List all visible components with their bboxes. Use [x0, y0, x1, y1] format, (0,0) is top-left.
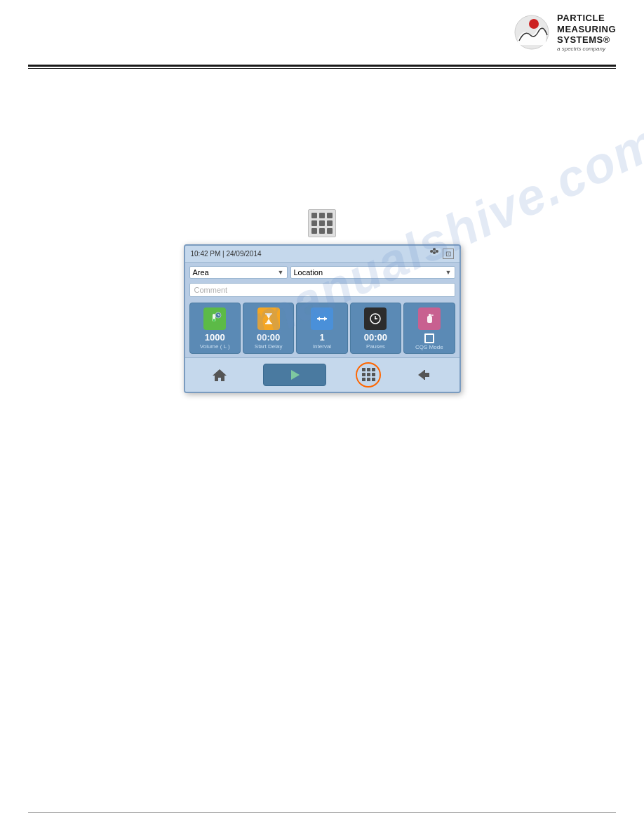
grid-dot: [311, 213, 317, 218]
cqs-mode-label: CQS Mode: [415, 344, 443, 350]
svg-marker-28: [291, 370, 300, 380]
interval-control[interactable]: 1 Interval: [296, 303, 347, 354]
pms-logo-icon: [514, 14, 550, 51]
grid-nav-icon: [362, 368, 375, 381]
cqs-mode-control[interactable]: CQS Mode: [403, 303, 455, 354]
start-delay-value: 00:00: [257, 332, 280, 343]
controls-grid: 1000 Volume ( L ) 00:00 Start Delay: [185, 299, 459, 357]
grid-dot: [319, 213, 325, 218]
area-dropdown-label: Area: [193, 268, 209, 277]
grid-icon: [308, 209, 336, 237]
grid-dot: [327, 228, 333, 234]
comment-row: Comment: [185, 281, 459, 299]
area-dropdown[interactable]: Area ▼: [189, 266, 288, 279]
svg-rect-30: [424, 370, 425, 380]
device-screen-wrapper: 10:42 PM | 24/09/2014 ⊡: [0, 244, 644, 393]
start-delay-icon: [257, 307, 280, 330]
svg-point-1: [529, 19, 539, 29]
interval-value: 1: [319, 332, 324, 343]
status-icons: ⊡: [429, 248, 454, 260]
brand-name-line1: PARTICLE: [557, 13, 616, 24]
comment-placeholder: Comment: [194, 286, 228, 294]
cqs-mode-checkbox[interactable]: [424, 333, 434, 343]
grid-dot: [319, 228, 325, 234]
svg-rect-11: [213, 319, 215, 322]
status-bar: 10:42 PM | 24/09/2014 ⊡: [185, 246, 459, 263]
volume-control[interactable]: 1000 Volume ( L ): [189, 303, 241, 354]
svg-rect-25: [429, 314, 431, 317]
start-delay-control[interactable]: 00:00 Start Delay: [243, 303, 294, 354]
nav-bar: [185, 357, 459, 392]
grid-nav-button[interactable]: [356, 362, 381, 388]
pauses-value: 00:00: [364, 332, 387, 343]
spectris-label: a spectris company: [557, 46, 616, 52]
brand-name-line3: SYSTEMS®: [557, 34, 616, 46]
svg-marker-27: [213, 369, 227, 381]
top-rule-thin: [28, 68, 616, 69]
area-location-row: Area ▼ Location ▼: [185, 263, 459, 281]
volume-value: 1000: [205, 332, 225, 343]
logo: PARTICLE MEASURING SYSTEMS® a spectris c…: [514, 13, 616, 52]
interval-icon: [311, 307, 333, 330]
logo-text: PARTICLE MEASURING SYSTEMS® a spectris c…: [557, 13, 616, 52]
svg-rect-26: [431, 315, 434, 316]
network-icon: [429, 248, 440, 260]
interval-label: Interval: [313, 343, 331, 350]
svg-marker-18: [317, 317, 320, 321]
svg-rect-24: [427, 316, 432, 323]
header: PARTICLE MEASURING SYSTEMS® a spectris c…: [0, 0, 644, 59]
location-dropdown-label: Location: [294, 268, 323, 277]
grid-icon-container: [0, 209, 644, 237]
brand-name-line2: MEASURING: [557, 24, 616, 35]
grid-dot: [311, 220, 317, 226]
back-button[interactable]: [410, 364, 438, 386]
start-delay-label: Start Delay: [255, 343, 283, 350]
pauses-label: Pauses: [366, 343, 385, 350]
play-button[interactable]: [263, 364, 326, 386]
grid-dot: [327, 213, 333, 218]
pauses-icon: [364, 307, 387, 330]
bottom-rule: [28, 812, 616, 813]
grid-dot: [319, 220, 325, 226]
location-dropdown[interactable]: Location ▼: [290, 266, 455, 279]
comment-input[interactable]: Comment: [189, 283, 455, 297]
location-dropdown-arrow: ▼: [445, 269, 452, 276]
grid-dot: [311, 228, 317, 234]
device-screen: 10:42 PM | 24/09/2014 ⊡: [184, 244, 461, 393]
home-button[interactable]: [206, 364, 234, 386]
grid-dot: [327, 220, 333, 226]
top-rule-thick: [28, 65, 616, 67]
cqs-mode-icon: [418, 307, 441, 330]
volume-icon: [203, 307, 226, 330]
area-dropdown-arrow: ▼: [278, 269, 284, 276]
screen-size-icon: ⊡: [443, 249, 454, 259]
svg-marker-19: [324, 317, 327, 321]
svg-point-23: [375, 318, 376, 319]
volume-label: Volume ( L ): [200, 343, 230, 350]
pauses-control[interactable]: 00:00 Pauses: [350, 303, 401, 354]
status-time: 10:42 PM | 24/09/2014: [191, 250, 262, 258]
